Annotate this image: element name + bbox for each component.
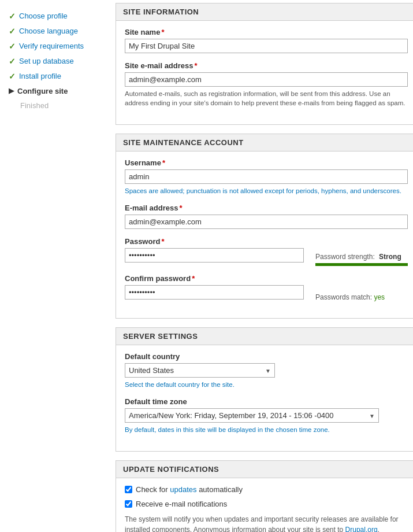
password-strength-value: Strong: [379, 253, 401, 261]
country-select[interactable]: United States: [125, 363, 275, 378]
username-field-group: Username* Spaces are allowed; punctuatio…: [125, 158, 408, 195]
sidebar-item-finished: Finished: [9, 101, 104, 110]
sidebar-item-label: Configure site: [17, 87, 68, 95]
sidebar-item-label: Finished: [20, 101, 49, 110]
required-marker: *: [180, 204, 183, 212]
check-icon: ✓: [9, 57, 16, 66]
timezone-hint: By default, dates in this site will be d…: [125, 425, 408, 434]
receive-email-checkbox[interactable]: [125, 500, 132, 508]
check-updates-text: Check for updates automatically: [136, 485, 243, 494]
required-marker: *: [162, 158, 165, 167]
main-content: SITE INFORMATION Site name* Site e-mail …: [110, 0, 413, 532]
confirm-password-field-group: Confirm password* Passwords match: yes: [125, 274, 408, 301]
timezone-select[interactable]: America/New York: Friday, September 19, …: [125, 408, 379, 423]
sidebar: ✓ Choose profile ✓ Choose language ✓ Ver…: [0, 0, 110, 532]
required-marker: *: [195, 61, 198, 70]
site-email-input[interactable]: [125, 72, 408, 87]
password-label: Password*: [125, 237, 408, 246]
drupal-org-link[interactable]: Drupal.org: [345, 526, 378, 532]
sidebar-item-label[interactable]: Choose language: [19, 27, 78, 35]
receive-email-group: Receive e-mail notifications: [125, 500, 408, 508]
server-settings-section: SERVER SETTINGS Default country United S…: [116, 327, 413, 452]
passwords-match-text: Passwords match: yes: [315, 293, 408, 301]
sidebar-item-install-profile[interactable]: ✓ Install profile: [9, 72, 104, 81]
country-select-wrapper[interactable]: United States: [125, 363, 275, 378]
strength-bar-fill: [315, 263, 408, 266]
required-marker: *: [161, 237, 164, 246]
site-information-title: SITE INFORMATION: [116, 3, 413, 21]
check-icon: ✓: [9, 27, 16, 36]
password-strength-indicator: Password strength: Strong: [315, 248, 408, 266]
sidebar-item-label[interactable]: Verify requirements: [19, 42, 84, 50]
update-notifications-section: UPDATE NOTIFICATIONS Check for updates a…: [116, 460, 413, 532]
confirm-password-label: Confirm password*: [125, 274, 408, 283]
site-information-section: SITE INFORMATION Site name* Site e-mail …: [116, 3, 413, 125]
check-updates-group: Check for updates automatically: [125, 485, 408, 494]
site-email-field-group: Site e-mail address* Automated e-mails, …: [125, 61, 408, 108]
sidebar-item-set-up-database[interactable]: ✓ Set up database: [9, 57, 104, 66]
site-email-hint: Automated e-mails, such as registration …: [125, 89, 408, 108]
passwords-match-indicator: Passwords match: yes: [315, 285, 408, 301]
required-marker: *: [192, 274, 195, 283]
passwords-match-value: yes: [374, 293, 385, 301]
sidebar-item-configure-site: ▶ Configure site: [9, 87, 104, 95]
server-settings-title: SERVER SETTINGS: [116, 328, 413, 345]
site-maintenance-title: SITE MAINTENANCE ACCOUNT: [116, 134, 413, 152]
sidebar-item-verify-requirements[interactable]: ✓ Verify requirements: [9, 42, 104, 51]
update-description: The system will notify you when updates …: [125, 514, 408, 532]
maintenance-email-input[interactable]: [125, 215, 408, 229]
country-hint: Select the default country for the site.: [125, 380, 408, 389]
country-label: Default country: [125, 352, 408, 361]
receive-email-label[interactable]: Receive e-mail notifications: [125, 500, 408, 508]
password-input[interactable]: [125, 248, 304, 263]
country-field-group: Default country United States Select the…: [125, 352, 408, 389]
site-email-label: Site e-mail address*: [125, 61, 408, 70]
sidebar-item-choose-language[interactable]: ✓ Choose language: [9, 27, 104, 36]
timezone-field-group: Default time zone America/New York: Frid…: [125, 397, 408, 434]
arrow-icon: ▶: [9, 87, 14, 95]
check-updates-checkbox[interactable]: [125, 486, 132, 493]
site-name-label: Site name*: [125, 28, 408, 36]
site-maintenance-section: SITE MAINTENANCE ACCOUNT Username* Space…: [116, 134, 413, 319]
check-icon: ✓: [9, 42, 16, 51]
username-label: Username*: [125, 158, 408, 167]
sidebar-item-label[interactable]: Install profile: [19, 72, 61, 80]
required-marker: *: [161, 28, 164, 36]
username-input[interactable]: [125, 169, 408, 184]
sidebar-item-label[interactable]: Set up database: [19, 57, 74, 65]
updates-link[interactable]: updates: [170, 485, 196, 494]
password-strength-label: Password strength: Strong: [315, 253, 408, 261]
update-notifications-title: UPDATE NOTIFICATIONS: [116, 461, 413, 478]
timezone-select-wrapper[interactable]: America/New York: Friday, September 19, …: [125, 408, 379, 423]
confirm-password-input[interactable]: [125, 285, 304, 300]
receive-email-text: Receive e-mail notifications: [136, 500, 227, 508]
site-name-input[interactable]: [125, 39, 408, 53]
username-hint: Spaces are allowed; punctuation is not a…: [125, 186, 408, 195]
site-name-field-group: Site name*: [125, 28, 408, 53]
maintenance-email-field-group: E-mail address*: [125, 204, 408, 229]
check-icon: ✓: [9, 72, 16, 81]
check-icon: ✓: [9, 12, 16, 21]
maintenance-email-label: E-mail address*: [125, 204, 408, 212]
sidebar-item-choose-profile[interactable]: ✓ Choose profile: [9, 12, 104, 21]
check-updates-label[interactable]: Check for updates automatically: [125, 485, 408, 494]
strength-bar-background: [315, 263, 408, 266]
sidebar-item-label[interactable]: Choose profile: [19, 12, 68, 20]
timezone-label: Default time zone: [125, 397, 408, 406]
password-field-group: Password* Password strength: Strong: [125, 237, 408, 266]
